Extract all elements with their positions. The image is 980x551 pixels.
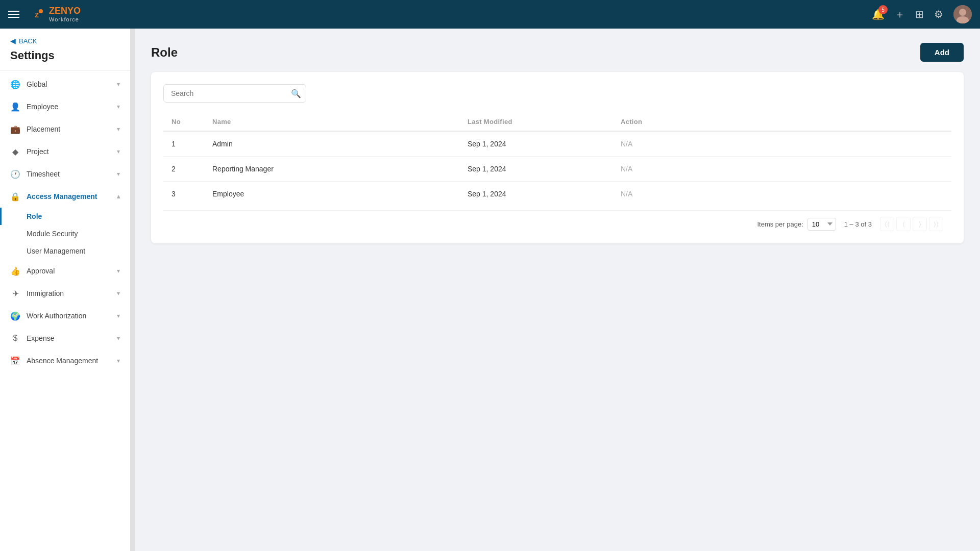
timesheet-icon: 🕐: [10, 169, 20, 179]
topnav-right: 🔔 5 ＋ ⊞ ⚙: [872, 5, 972, 23]
sidebar-item-label-immigration: Immigration: [27, 289, 64, 297]
table-row: 2 Reporting Manager Sep 1, 2024 N/A: [163, 157, 951, 182]
first-page-button[interactable]: ⟨⟨: [880, 217, 894, 231]
sidebar-sub-item-module-security[interactable]: Module Security: [0, 225, 130, 242]
sidebar-resizer[interactable]: [131, 29, 135, 551]
sidebar-item-project[interactable]: ◆ Project ▾: [0, 140, 130, 163]
chevron-down-icon: ▾: [117, 126, 120, 133]
sidebar-item-label-employee: Employee: [27, 103, 58, 111]
cell-action: N/A: [612, 182, 951, 207]
sidebar-item-label-project: Project: [27, 147, 49, 156]
col-header-action: Action: [612, 113, 951, 131]
chevron-down-icon: ▾: [117, 357, 120, 364]
settings-icon[interactable]: ⚙: [934, 8, 943, 20]
placement-icon: 💼: [10, 124, 20, 134]
prev-page-button[interactable]: ⟨: [896, 217, 911, 231]
sidebar-item-timesheet[interactable]: 🕐 Timesheet ▾: [0, 163, 130, 185]
sidebar-sub-item-role[interactable]: Role: [0, 208, 130, 225]
chevron-down-icon: ▾: [117, 312, 120, 319]
back-button[interactable]: ◀ BACK: [0, 29, 130, 47]
sidebar-item-placement[interactable]: 💼 Placement ▾: [0, 118, 130, 140]
role-table: No Name Last Modified Action 1 Admin Sep…: [163, 113, 951, 206]
main-content: Role Add 🔍 No Name Last Modified Action: [135, 29, 980, 551]
project-icon: ◆: [10, 146, 20, 157]
per-page-select[interactable]: 10 25 50 100: [807, 218, 836, 231]
notification-badge: 5: [878, 5, 888, 14]
sidebar-item-label-expense: Expense: [27, 334, 54, 342]
page-info: 1 – 3 of 3: [844, 220, 872, 228]
back-label: BACK: [19, 37, 37, 45]
sidebar-item-employee[interactable]: 👤 Employee ▾: [0, 95, 130, 118]
page-title: Role: [151, 45, 178, 60]
chevron-down-icon: ▾: [117, 267, 120, 274]
col-header-no: No: [163, 113, 204, 131]
notification-icon[interactable]: 🔔 5: [872, 8, 885, 20]
sidebar-item-label-work-authorization: Work Authorization: [27, 312, 86, 320]
svg-point-2: [39, 9, 43, 13]
work-authorization-icon: 🌍: [10, 311, 20, 321]
col-header-name: Name: [204, 113, 459, 131]
chevron-down-icon: ▾: [117, 335, 120, 342]
items-per-page-label: Items per page:: [757, 220, 803, 228]
page-header: Role Add: [151, 43, 964, 62]
sidebar-item-label-access-management: Access Management: [27, 192, 97, 201]
hamburger-menu[interactable]: [8, 11, 19, 18]
chevron-down-icon: ▾: [117, 103, 120, 110]
cell-name: Employee: [204, 182, 459, 207]
table-row: 3 Employee Sep 1, 2024 N/A: [163, 182, 951, 207]
topnav-left: Z ZENYO Workforce: [8, 5, 81, 23]
immigration-icon: ✈: [10, 288, 20, 298]
sidebar-item-global[interactable]: 🌐 Global ▾: [0, 73, 130, 95]
sidebar-item-label-timesheet: Timesheet: [27, 170, 60, 178]
col-header-last-modified: Last Modified: [459, 113, 612, 131]
cell-no: 3: [163, 182, 204, 207]
global-icon: 🌐: [10, 79, 20, 89]
employee-icon: 👤: [10, 102, 20, 112]
svg-point-4: [959, 9, 966, 16]
sidebar-item-label-absence-management: Absence Management: [27, 357, 98, 365]
approval-icon: 👍: [10, 266, 20, 276]
table-header: No Name Last Modified Action: [163, 113, 951, 131]
chevron-down-icon: ▾: [117, 170, 120, 178]
grid-icon[interactable]: ⊞: [915, 8, 924, 20]
add-button[interactable]: Add: [920, 43, 964, 62]
back-arrow-icon: ◀: [10, 37, 16, 45]
chevron-up-icon: ▴: [117, 193, 120, 200]
cell-last-modified: Sep 1, 2024: [459, 182, 612, 207]
add-icon[interactable]: ＋: [895, 8, 905, 21]
cell-name: Reporting Manager: [204, 157, 459, 182]
cell-last-modified: Sep 1, 2024: [459, 157, 612, 182]
cell-no: 2: [163, 157, 204, 182]
table-row: 1 Admin Sep 1, 2024 N/A: [163, 131, 951, 157]
topnav: Z ZENYO Workforce 🔔 5 ＋ ⊞ ⚙: [0, 0, 980, 29]
sidebar-item-absence-management[interactable]: 📅 Absence Management ▾: [0, 349, 130, 372]
sidebar-item-immigration[interactable]: ✈ Immigration ▾: [0, 282, 130, 305]
sidebar-item-approval[interactable]: 👍 Approval ▾: [0, 260, 130, 282]
last-page-button[interactable]: ⟩⟩: [929, 217, 943, 231]
logo-text: ZENYO Workforce: [49, 6, 81, 22]
logo-icon: Z: [28, 5, 46, 23]
table-body: 1 Admin Sep 1, 2024 N/A 2 Reporting Mana…: [163, 131, 951, 206]
absence-management-icon: 📅: [10, 356, 20, 366]
next-page-button[interactable]: ⟩: [913, 217, 927, 231]
avatar[interactable]: [953, 5, 972, 23]
divider: [0, 70, 130, 71]
cell-last-modified: Sep 1, 2024: [459, 131, 612, 157]
sidebar: ◀ BACK Settings 🌐 Global ▾ 👤 Employee ▾ …: [0, 29, 131, 551]
cell-name: Admin: [204, 131, 459, 157]
cell-no: 1: [163, 131, 204, 157]
search-icon: 🔍: [291, 89, 301, 98]
body: ◀ BACK Settings 🌐 Global ▾ 👤 Employee ▾ …: [0, 29, 980, 551]
sidebar-item-label-placement: Placement: [27, 125, 60, 133]
sidebar-item-work-authorization[interactable]: 🌍 Work Authorization ▾: [0, 305, 130, 327]
logo: Z ZENYO Workforce: [28, 5, 81, 23]
chevron-down-icon: ▾: [117, 290, 120, 297]
role-card: 🔍 No Name Last Modified Action 1 Admin S…: [151, 72, 964, 243]
search-input[interactable]: [163, 84, 306, 103]
sidebar-item-expense[interactable]: $ Expense ▾: [0, 327, 130, 349]
chevron-down-icon: ▾: [117, 148, 120, 155]
cell-action: N/A: [612, 131, 951, 157]
sidebar-item-access-management[interactable]: 🔒 Access Management ▴: [0, 185, 130, 208]
svg-text:Z: Z: [35, 11, 39, 19]
sidebar-sub-item-user-management[interactable]: User Management: [0, 242, 130, 260]
